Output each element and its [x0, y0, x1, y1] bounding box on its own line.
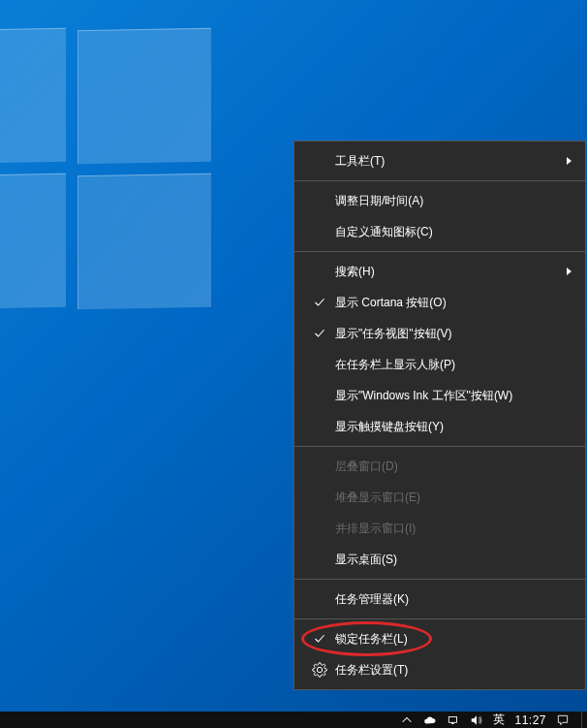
menu-label-show-windows-ink: 显示"Windows Ink 工作区"按钮(W) — [335, 388, 575, 404]
menu-label-show-task-view: 显示"任务视图"按钮(V) — [335, 326, 575, 342]
menu-label-show-people: 在任务栏上显示人脉(P) — [335, 357, 575, 373]
system-tray: 英 11:27 — [400, 712, 581, 728]
tray-overflow-icon[interactable] — [400, 713, 414, 727]
volume-icon[interactable] — [470, 713, 483, 727]
menu-label-search: 搜索(H) — [335, 264, 575, 280]
menu-item-show-task-view[interactable]: 显示"任务视图"按钮(V) — [294, 318, 585, 349]
menu-label-stacked: 堆叠显示窗口(E) — [335, 490, 575, 506]
menu-item-side-by-side: 并排显示窗口(I) — [294, 513, 585, 544]
menu-label-toolbars: 工具栏(T) — [335, 153, 575, 170]
menu-item-toolbars[interactable]: 工具栏(T) — [294, 145, 585, 176]
check-icon — [304, 297, 335, 308]
svg-rect-0 — [449, 716, 457, 722]
windows-logo — [0, 29, 213, 310]
menu-label-show-cortana: 显示 Cortana 按钮(O) — [335, 295, 575, 311]
menu-label-taskbar-settings: 任务栏设置(T) — [335, 662, 575, 679]
menu-separator — [294, 618, 585, 619]
taskbar-clock[interactable]: 11:27 — [514, 713, 546, 727]
menu-label-customize-notification-icons: 自定义通知图标(C) — [335, 224, 575, 240]
menu-label-lock-taskbar: 锁定任务栏(L) — [335, 631, 575, 648]
check-icon — [304, 633, 335, 645]
action-center-icon[interactable] — [556, 713, 570, 727]
menu-item-cascade: 层叠窗口(D) — [294, 451, 585, 482]
menu-item-lock-taskbar[interactable]: 锁定任务栏(L) — [294, 623, 585, 654]
menu-item-customize-notification-icons[interactable]: 自定义通知图标(C) — [294, 216, 585, 247]
menu-item-task-manager[interactable]: 任务管理器(K) — [294, 584, 585, 615]
menu-separator — [294, 579, 585, 580]
menu-label-task-manager: 任务管理器(K) — [335, 591, 575, 608]
menu-item-show-desktop[interactable]: 显示桌面(S) — [294, 544, 585, 575]
taskbar[interactable]: 英 11:27 — [0, 712, 587, 728]
menu-item-show-people[interactable]: 在任务栏上显示人脉(P) — [294, 349, 585, 380]
menu-item-search[interactable]: 搜索(H) — [294, 256, 585, 287]
onedrive-icon[interactable] — [423, 713, 437, 727]
check-icon — [304, 328, 335, 339]
menu-label-cascade: 层叠窗口(D) — [335, 459, 575, 475]
menu-label-show-touch-keyboard: 显示触摸键盘按钮(Y) — [335, 419, 575, 435]
menu-label-side-by-side: 并排显示窗口(I) — [335, 521, 575, 537]
ime-indicator[interactable]: 英 — [493, 712, 505, 728]
menu-separator — [294, 180, 585, 181]
menu-item-show-touch-keyboard[interactable]: 显示触摸键盘按钮(Y) — [294, 411, 585, 442]
menu-item-adjust-datetime[interactable]: 调整日期/时间(A) — [294, 185, 585, 216]
network-icon[interactable] — [447, 713, 460, 727]
menu-item-show-cortana[interactable]: 显示 Cortana 按钮(O) — [294, 287, 585, 318]
taskbar-context-menu: 工具栏(T) 调整日期/时间(A) 自定义通知图标(C) 搜索(H) 显示 Co… — [294, 141, 586, 690]
menu-item-stacked: 堆叠显示窗口(E) — [294, 482, 585, 513]
menu-separator — [294, 251, 585, 252]
menu-label-show-desktop: 显示桌面(S) — [335, 552, 575, 568]
menu-label-adjust-datetime: 调整日期/时间(A) — [335, 193, 575, 209]
menu-item-show-windows-ink[interactable]: 显示"Windows Ink 工作区"按钮(W) — [294, 380, 585, 411]
gear-icon — [304, 662, 335, 678]
menu-separator — [294, 446, 585, 447]
menu-item-taskbar-settings[interactable]: 任务栏设置(T) — [294, 654, 585, 685]
show-desktop-button[interactable] — [581, 712, 587, 728]
svg-rect-1 — [452, 722, 454, 724]
